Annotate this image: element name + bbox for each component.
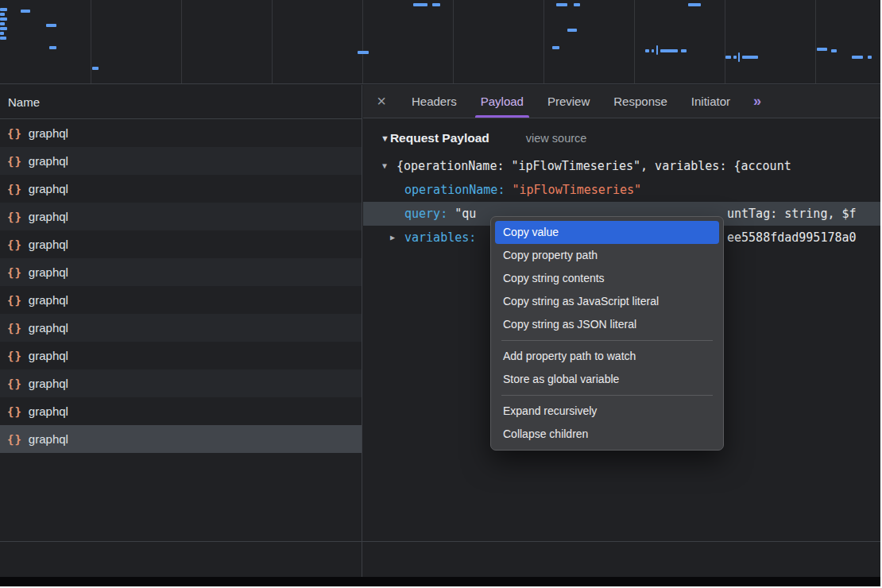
activity-bar (645, 49, 649, 52)
menu-item[interactable]: Copy value (495, 221, 719, 244)
activity-bar (49, 46, 56, 49)
request-name: graphql (29, 265, 68, 279)
activity-bar (21, 10, 30, 13)
close-icon[interactable]: × (363, 85, 400, 118)
property-key: operationName: (404, 183, 512, 197)
table-row[interactable]: {}graphql (0, 397, 362, 425)
grid-line (634, 0, 635, 83)
network-overview-strip[interactable] (0, 0, 880, 84)
json-braces-icon: {} (7, 211, 22, 223)
activity-bar (831, 49, 837, 52)
tab-preview[interactable]: Preview (536, 85, 602, 118)
menu-item[interactable]: Copy string as JavaScript literal (495, 290, 719, 313)
table-row[interactable]: {}graphql (0, 369, 362, 397)
activity-bar (688, 3, 701, 6)
table-row[interactable]: {}graphql (0, 175, 362, 203)
json-braces-icon: {} (7, 155, 22, 168)
activity-bar (0, 32, 4, 35)
activity-bar (742, 56, 758, 59)
property-value: "ipFlowTimeseries" (512, 183, 641, 197)
menu-item[interactable]: Expand recursively (495, 400, 719, 423)
request-name: graphql (29, 293, 68, 307)
requests-panel: Name {}graphql{}graphql{}graphql{}graphq… (0, 85, 362, 577)
request-name: graphql (29, 210, 68, 223)
request-payload-header: ▼ Request Payload view source (363, 131, 880, 145)
json-braces-icon: {} (7, 322, 22, 335)
json-braces-icon: {} (7, 183, 22, 195)
activity-bar (574, 3, 580, 6)
more-tabs-icon[interactable]: » (745, 85, 769, 118)
activity-bar (0, 37, 6, 40)
property-key: query: (404, 207, 455, 221)
view-source-link[interactable]: view source (526, 132, 587, 145)
request-name: graphql (29, 182, 68, 195)
activity-bar (817, 48, 827, 51)
activity-bar (852, 56, 863, 59)
detail-tabs: HeadersPayloadPreviewResponseInitiator (400, 85, 742, 118)
menu-item[interactable]: Store as global variable (495, 368, 719, 391)
activity-bar (660, 49, 678, 52)
grid-line (272, 0, 273, 83)
grid-line (362, 0, 363, 83)
json-braces-icon: {} (7, 433, 22, 446)
activity-bar (552, 46, 559, 49)
activity-bar (652, 49, 654, 52)
request-name: graphql (29, 154, 68, 168)
property-value-continued: untTag: string, $f (727, 202, 857, 226)
menu-separator (501, 340, 713, 341)
json-braces-icon: {} (7, 405, 22, 418)
activity-bar (567, 29, 577, 32)
grid-line (91, 0, 91, 83)
activity-bar (0, 22, 5, 25)
table-row[interactable]: {}graphql (0, 230, 362, 258)
request-name: graphql (29, 432, 68, 446)
activity-bar (358, 51, 369, 54)
tree-root-row[interactable]: ▼ {operationName: "ipFlowTimeseries", va… (363, 154, 880, 178)
tab-headers[interactable]: Headers (400, 85, 469, 118)
menu-item[interactable]: Copy property path (495, 244, 719, 267)
menu-item[interactable]: Add property path to watch (495, 345, 719, 368)
activity-bar (656, 45, 658, 55)
tab-initiator[interactable]: Initiator (679, 85, 742, 118)
expand-triangle-icon[interactable]: ▼ (382, 154, 387, 178)
json-braces-icon: {} (7, 294, 22, 307)
footer-divider (0, 541, 880, 542)
column-header-name[interactable]: Name (0, 85, 362, 119)
request-name: graphql (29, 238, 68, 251)
activity-bar (0, 8, 7, 11)
grid-line (815, 0, 816, 83)
table-row[interactable]: {}graphql (0, 286, 362, 314)
table-row[interactable]: {}graphql (0, 314, 362, 342)
request-name: graphql (29, 349, 68, 362)
request-name: graphql (29, 404, 68, 418)
json-braces-icon: {} (7, 238, 22, 251)
menu-separator (501, 395, 713, 396)
table-row[interactable]: {}graphql (0, 147, 362, 175)
menu-item[interactable]: Collapse children (495, 423, 719, 446)
tab-response[interactable]: Response (602, 85, 679, 118)
activity-bar (738, 52, 740, 62)
table-row[interactable]: {}graphql (0, 258, 362, 286)
activity-bar (0, 27, 7, 30)
table-row[interactable]: {}graphql (0, 119, 362, 147)
json-braces-icon: {} (7, 266, 22, 279)
grid-line (544, 0, 544, 83)
grid-line (181, 0, 182, 83)
expand-triangle-icon[interactable]: ▶ (390, 226, 395, 250)
tab-payload[interactable]: Payload (469, 85, 536, 118)
activity-bar (92, 67, 99, 70)
collapse-triangle-icon[interactable]: ▼ (381, 133, 389, 143)
tree-row-operationname[interactable]: operationName: "ipFlowTimeseries" (363, 178, 880, 202)
table-row[interactable]: {}graphql (0, 342, 362, 369)
bottom-bar (0, 577, 880, 586)
menu-item[interactable]: Copy string contents (495, 267, 719, 290)
activity-bar (868, 56, 872, 59)
activity-bar (681, 49, 687, 52)
json-braces-icon: {} (7, 350, 22, 362)
activity-bar (432, 3, 440, 6)
table-row[interactable]: {}graphql (0, 203, 362, 230)
activity-bar (0, 17, 7, 21)
table-row[interactable]: {}graphql (0, 425, 362, 453)
activity-bar (725, 56, 731, 59)
menu-item[interactable]: Copy string as JSON literal (495, 313, 719, 336)
